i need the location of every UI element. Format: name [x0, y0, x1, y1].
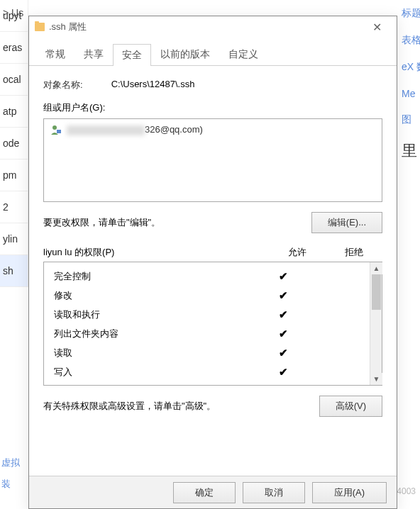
permissions-list: 完全控制修改读取和执行列出文件夹内容读取写入 ▲ ▼ — [43, 262, 382, 386]
properties-dialog: .ssh 属性 ✕ 常规共享安全以前的版本自定义 对象名称: C:\Users\… — [28, 16, 397, 509]
permission-row: 写入 — [50, 362, 364, 381]
folder-icon — [35, 23, 45, 31]
permission-name: 修改 — [50, 289, 256, 302]
scroll-thumb[interactable] — [372, 274, 381, 310]
dialog-button-bar: 确定 取消 应用(A) — [29, 476, 397, 508]
tab-以前的版本[interactable]: 以前的版本 — [151, 43, 219, 65]
titlebar: .ssh 属性 ✕ — [29, 16, 397, 38]
tab-常规[interactable]: 常规 — [36, 43, 74, 65]
object-name-label: 对象名称: — [43, 79, 83, 91]
cancel-button[interactable]: 取消 — [243, 482, 305, 503]
advanced-button[interactable]: 高级(V) — [319, 396, 382, 417]
dialog-title: .ssh 属性 — [49, 21, 363, 33]
bg-right-item: eX 数 — [400, 54, 420, 81]
permission-row: 修改 — [50, 286, 364, 305]
allow-column-header: 允许 — [269, 246, 326, 259]
background-left-list: upyterasocalatpodepm2ylinsh — [0, 0, 28, 287]
scroll-down-arrow[interactable]: ▼ — [370, 373, 382, 385]
close-button[interactable]: ✕ — [363, 21, 391, 34]
tab-共享[interactable]: 共享 — [74, 43, 113, 65]
permission-name: 完全控制 — [50, 270, 256, 283]
bg-right-item: 图 — [400, 106, 420, 133]
permission-name: 写入 — [50, 366, 256, 379]
bg-left-item: ylin — [0, 223, 28, 255]
edit-hint: 要更改权限，请单击"编辑"。 — [43, 216, 160, 229]
bg-left-item: sh — [0, 255, 28, 287]
user-list-item[interactable]: 326@qq.com) — [47, 122, 379, 138]
bg-bottom-left-item: 虚拟 — [0, 452, 21, 474]
tab-安全[interactable]: 安全 — [113, 44, 151, 66]
bg-left-item: eras — [0, 32, 28, 64]
deny-column-header: 拒绝 — [326, 246, 382, 259]
permission-name: 列出文件夹内容 — [50, 328, 256, 340]
group-users-list[interactable]: 326@qq.com) — [43, 118, 382, 202]
tab-自定义[interactable]: 自定义 — [219, 43, 267, 65]
permission-row: 读取 — [50, 343, 364, 362]
bg-right-item: 里 — [400, 133, 420, 169]
bg-left-item: 2 — [0, 191, 28, 223]
bg-left-item: atp — [0, 96, 28, 128]
bg-right-item: 表格 — [400, 27, 420, 54]
tab-bar: 常规共享安全以前的版本自定义 — [29, 38, 397, 66]
permission-row: 列出文件夹内容 — [50, 324, 364, 343]
bg-right-item: Me — [400, 81, 420, 106]
object-name-value: C:\Users\12487\.ssh — [111, 79, 195, 91]
permission-allow — [256, 347, 310, 359]
bg-left-item: upyt — [0, 0, 28, 32]
permission-row: 读取和执行 — [50, 305, 364, 324]
advanced-hint: 有关特殊权限或高级设置，请单击"高级"。 — [43, 400, 216, 413]
permission-name: 读取和执行 — [50, 308, 256, 321]
user-name: 326@qq.com) — [67, 124, 203, 135]
bg-left-item: ode — [0, 128, 28, 160]
permission-allow — [256, 270, 310, 283]
permission-name: 读取 — [50, 347, 256, 359]
permission-allow — [256, 308, 310, 321]
bg-right-item: 标题 — [400, 0, 420, 27]
redacted-text — [67, 125, 145, 135]
permission-allow — [256, 366, 310, 379]
apply-button[interactable]: 应用(A) — [312, 482, 387, 503]
bg-left-item: ocal — [0, 64, 28, 96]
permission-row: 完全控制 — [50, 267, 364, 286]
background-right-list: 标题表格eX 数Me图里 — [400, 0, 420, 169]
user-icon — [50, 123, 62, 136]
permission-allow — [256, 328, 310, 340]
bg-bottom-left-item: 装 — [0, 474, 21, 495]
svg-rect-1 — [57, 130, 61, 133]
permissions-label: liyun lu 的权限(P) — [43, 246, 269, 259]
edit-button[interactable]: 编辑(E)... — [311, 212, 382, 233]
group-users-label: 组或用户名(G): — [43, 101, 382, 114]
bg-left-item: pm — [0, 160, 28, 191]
dialog-content: 对象名称: C:\Users\12487\.ssh 组或用户名(G): 326@… — [29, 66, 397, 430]
svg-point-0 — [52, 125, 57, 130]
background-bottom-left: 虚拟装 — [0, 452, 21, 495]
scrollbar[interactable]: ▲ ▼ — [370, 262, 382, 385]
ok-button[interactable]: 确定 — [173, 482, 236, 503]
permission-allow — [256, 289, 310, 302]
scroll-up-arrow[interactable]: ▲ — [370, 262, 382, 274]
